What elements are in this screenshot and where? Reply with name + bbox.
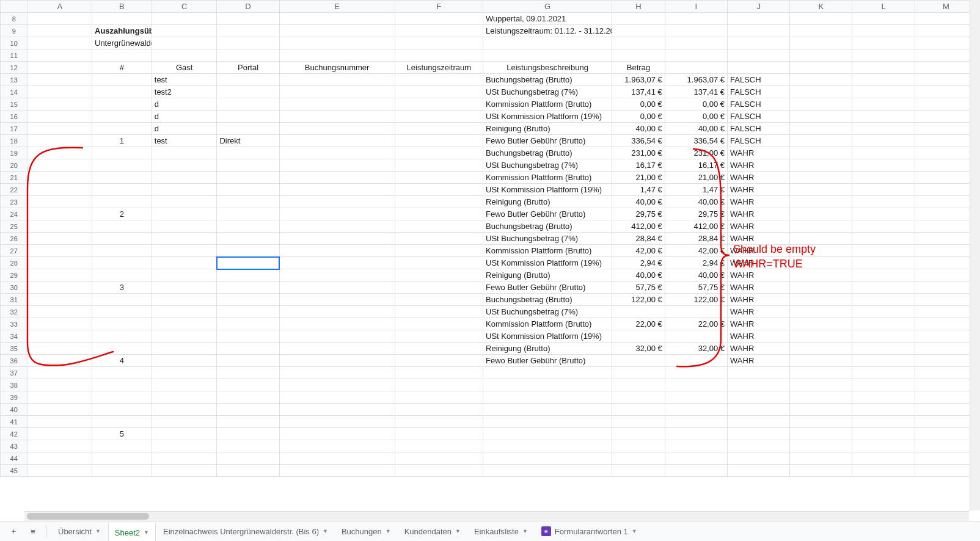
- cell-F29[interactable]: [395, 269, 483, 281]
- cell-B41[interactable]: [92, 416, 152, 428]
- cell-C15[interactable]: d: [152, 98, 217, 111]
- cell-A37[interactable]: [27, 367, 92, 379]
- cell-H9[interactable]: [612, 25, 665, 37]
- cell-A15[interactable]: [27, 98, 92, 111]
- cell-F33[interactable]: [395, 318, 483, 330]
- cell-K23[interactable]: [790, 196, 852, 208]
- cell-B28[interactable]: [92, 257, 152, 269]
- chevron-down-icon[interactable]: ▼: [95, 528, 101, 534]
- cell-I34[interactable]: [665, 330, 727, 343]
- row-header-19[interactable]: 19: [1, 147, 27, 159]
- cell-I30[interactable]: 57,75 €: [665, 281, 727, 294]
- col-header-A[interactable]: A: [27, 1, 92, 13]
- cell-D26[interactable]: [217, 233, 279, 245]
- cell-I18[interactable]: 336,54 €: [665, 135, 727, 147]
- cell-G35[interactable]: Reinigung (Brutto): [483, 343, 612, 355]
- cell-E36[interactable]: [279, 355, 395, 367]
- cell-G31[interactable]: Buchungsbetrag (Brutto): [483, 294, 612, 306]
- cell-G15[interactable]: Kommission Plattform (Brutto): [483, 98, 612, 111]
- cell-F9[interactable]: [395, 25, 483, 37]
- cell-F20[interactable]: [395, 159, 483, 172]
- cell-M42[interactable]: [915, 428, 977, 440]
- cell-A38[interactable]: [27, 379, 92, 391]
- cell-C17[interactable]: d: [152, 123, 217, 135]
- cell-M39[interactable]: [915, 391, 977, 404]
- cell-G33[interactable]: Kommission Plattform (Brutto): [483, 318, 612, 330]
- cell-K25[interactable]: [790, 220, 852, 233]
- cell-E12[interactable]: Buchungsnummer: [279, 62, 395, 74]
- cell-A28[interactable]: [27, 257, 92, 269]
- cell-H21[interactable]: 21,00 €: [612, 172, 665, 184]
- cell-B17[interactable]: [92, 123, 152, 135]
- cell-L36[interactable]: [852, 355, 915, 367]
- cell-C11[interactable]: [152, 49, 217, 62]
- cell-L15[interactable]: [852, 98, 915, 111]
- cell-A11[interactable]: [27, 49, 92, 62]
- chevron-down-icon[interactable]: ▼: [323, 528, 328, 534]
- cell-A35[interactable]: [27, 343, 92, 355]
- scroll-thumb[interactable]: [27, 513, 149, 520]
- cell-H42[interactable]: [612, 428, 665, 440]
- cell-F19[interactable]: [395, 147, 483, 159]
- cell-H22[interactable]: 1,47 €: [612, 184, 665, 196]
- cell-I26[interactable]: 28,84 €: [665, 233, 727, 245]
- cell-H25[interactable]: 412,00 €: [612, 220, 665, 233]
- cell-D22[interactable]: [217, 184, 279, 196]
- cell-B37[interactable]: [92, 367, 152, 379]
- cell-J10[interactable]: [728, 37, 790, 49]
- cell-G37[interactable]: [483, 367, 612, 379]
- cell-E11[interactable]: [279, 49, 395, 62]
- cell-L9[interactable]: [852, 25, 915, 37]
- cell-F38[interactable]: [395, 379, 483, 391]
- row-header-21[interactable]: 21: [1, 172, 27, 184]
- cell-A22[interactable]: [27, 184, 92, 196]
- cell-H32[interactable]: [612, 306, 665, 318]
- row-header-36[interactable]: 36: [1, 355, 27, 367]
- cell-L39[interactable]: [852, 391, 915, 404]
- cell-H13[interactable]: 1.963,07 €: [612, 74, 665, 86]
- cell-B25[interactable]: [92, 220, 152, 233]
- cell-I20[interactable]: 16,17 €: [665, 159, 727, 172]
- vertical-scrollbar[interactable]: [970, 0, 980, 510]
- cell-M44[interactable]: [915, 452, 977, 465]
- cell-I42[interactable]: [665, 428, 727, 440]
- cell-E38[interactable]: [279, 379, 395, 391]
- row-header-18[interactable]: 18: [1, 135, 27, 147]
- cell-K38[interactable]: [790, 379, 852, 391]
- cell-M32[interactable]: [915, 306, 977, 318]
- cell-C19[interactable]: [152, 147, 217, 159]
- cell-E40[interactable]: [279, 404, 395, 416]
- cell-I10[interactable]: [665, 37, 727, 49]
- cell-M28[interactable]: [915, 257, 977, 269]
- cell-M40[interactable]: [915, 404, 977, 416]
- cell-H24[interactable]: 29,75 €: [612, 208, 665, 220]
- cell-C35[interactable]: [152, 343, 217, 355]
- cell-F11[interactable]: [395, 49, 483, 62]
- cell-M38[interactable]: [915, 379, 977, 391]
- cell-H28[interactable]: 2,94 €: [612, 257, 665, 269]
- cell-J19[interactable]: WAHR: [728, 147, 790, 159]
- cell-F23[interactable]: [395, 196, 483, 208]
- cell-J11[interactable]: [728, 49, 790, 62]
- cell-I41[interactable]: [665, 416, 727, 428]
- cell-M41[interactable]: [915, 416, 977, 428]
- cell-C38[interactable]: [152, 379, 217, 391]
- cell-K24[interactable]: [790, 208, 852, 220]
- col-header-C[interactable]: C: [152, 1, 217, 13]
- cell-B8[interactable]: [92, 13, 152, 25]
- cell-G39[interactable]: [483, 391, 612, 404]
- cell-B40[interactable]: [92, 404, 152, 416]
- row-header-20[interactable]: 20: [1, 159, 27, 172]
- cell-K9[interactable]: [790, 25, 852, 37]
- cell-E44[interactable]: [279, 452, 395, 465]
- cell-K35[interactable]: [790, 343, 852, 355]
- cell-B18[interactable]: 1: [92, 135, 152, 147]
- cell-M9[interactable]: [915, 25, 977, 37]
- cell-L38[interactable]: [852, 379, 915, 391]
- cell-D21[interactable]: [217, 172, 279, 184]
- cell-E15[interactable]: [279, 98, 395, 111]
- cell-K22[interactable]: [790, 184, 852, 196]
- cell-L31[interactable]: [852, 294, 915, 306]
- cell-J36[interactable]: WAHR: [728, 355, 790, 367]
- cell-J41[interactable]: [728, 416, 790, 428]
